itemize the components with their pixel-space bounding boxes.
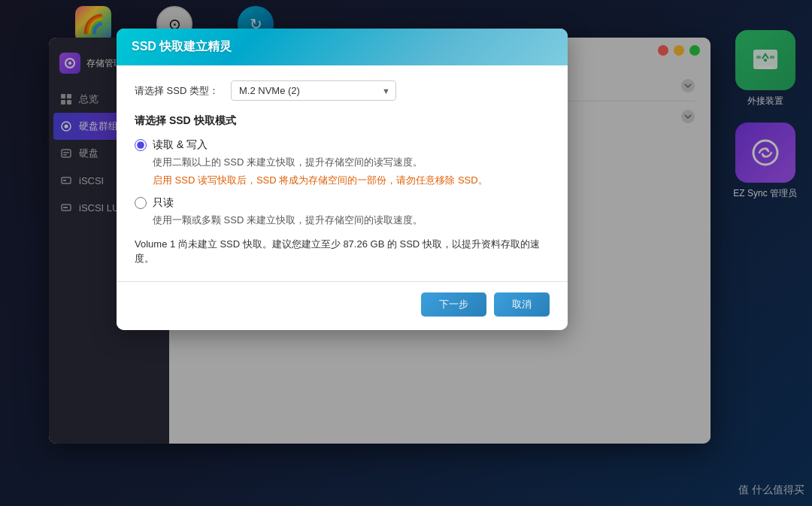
desktop: 🌈 ⊙ ↻ 外接装置: [0, 0, 812, 506]
radio-group: 读取 & 写入 使用二颗以上的 SSD 来建立快取，提升存储空间的读写速度。 启…: [135, 138, 550, 228]
read-write-desc: 使用二颗以上的 SSD 来建立快取，提升存储空间的读写速度。: [135, 155, 550, 170]
read-write-warning: 启用 SSD 读写快取后，SSD 将成为存储空间的一部份，请勿任意移除 SSD。: [135, 173, 550, 188]
ssd-wizard-modal: SSD 快取建立精灵 请选择 SSD 类型： M.2 NVMe (2) M.2 …: [117, 29, 568, 330]
modal-title: SSD 快取建立精灵: [132, 39, 232, 55]
read-write-radio[interactable]: [135, 139, 147, 151]
ssd-type-select[interactable]: M.2 NVMe (2) M.2 SATA PCIe: [231, 80, 396, 101]
next-button[interactable]: 下一步: [421, 292, 486, 317]
read-write-text: 读取 & 写入: [153, 138, 208, 152]
modal-footer: 下一步 取消: [117, 281, 568, 330]
read-only-option: 只读 使用一颗或多颗 SSD 来建立快取，提升存储空间的读取速度。: [135, 196, 550, 228]
ssd-type-select-wrapper[interactable]: M.2 NVMe (2) M.2 SATA PCIe ▼: [231, 80, 396, 101]
modal-body: 请选择 SSD 类型： M.2 NVMe (2) M.2 SATA PCIe ▼…: [117, 65, 568, 281]
ssd-type-row: 请选择 SSD 类型： M.2 NVMe (2) M.2 SATA PCIe ▼: [135, 80, 550, 101]
read-only-desc: 使用一颗或多颗 SSD 来建立快取，提升存储空间的读取速度。: [135, 213, 550, 228]
read-only-radio[interactable]: [135, 197, 147, 209]
modal-overlay: SSD 快取建立精灵 请选择 SSD 类型： M.2 NVMe (2) M.2 …: [0, 0, 812, 506]
ssd-type-label: 请选择 SSD 类型：: [135, 84, 219, 98]
read-only-label[interactable]: 只读: [135, 196, 550, 210]
read-write-option: 读取 & 写入 使用二颗以上的 SSD 来建立快取，提升存储空间的读写速度。 启…: [135, 138, 550, 187]
cancel-button[interactable]: 取消: [494, 292, 550, 317]
read-write-label[interactable]: 读取 & 写入: [135, 138, 550, 152]
info-text: Volume 1 尚未建立 SSD 快取。建议您建立至少 87.26 GB 的 …: [135, 237, 550, 266]
modal-header: SSD 快取建立精灵: [117, 29, 568, 65]
mode-section-title: 请选择 SSD 快取模式: [135, 114, 550, 128]
read-only-text: 只读: [153, 196, 174, 210]
